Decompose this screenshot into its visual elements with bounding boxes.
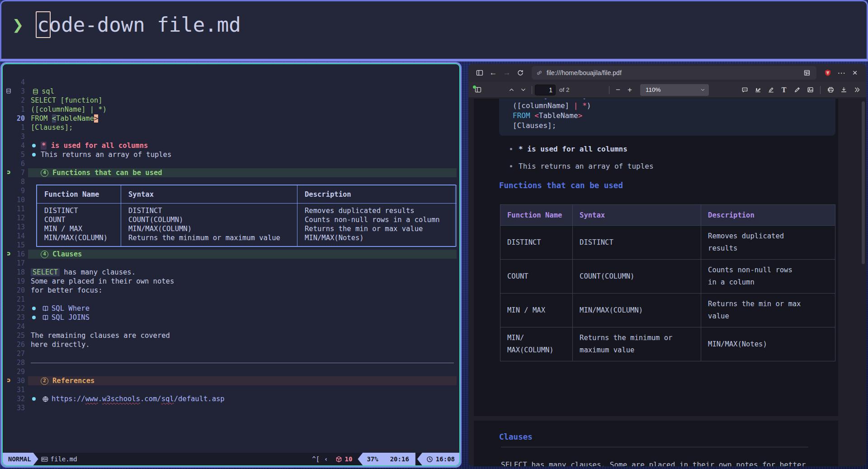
zoom-out-button[interactable]: − [612,84,624,96]
page-count-label: of 2 [559,86,570,93]
pdf-functions-table: Function NameSyntaxDescriptionDISTINCTDI… [500,204,835,361]
close-button[interactable]: × [848,66,862,79]
pdf-table-cell: Returns the minimum ormaximum value [573,327,701,361]
editor-line[interactable]: 23SQL JOINS [3,313,458,322]
line-number: 1 [14,105,31,114]
url-bar[interactable]: file:///home/bouajila/file.pdf [532,66,816,80]
line-text[interactable]: for better focus: [31,286,458,294]
editor-line[interactable]: 164Clauses [3,250,458,259]
editor-line[interactable]: 26here directly. [3,340,458,349]
signature-tool-icon[interactable] [752,84,764,96]
editor-line[interactable]: 28 [3,358,458,367]
text-tool-icon[interactable]: T [778,84,790,96]
image-tool-icon[interactable] [804,84,816,96]
editor-line[interactable]: 1[Clauses]; [3,123,458,132]
pdf-bullet: * is used for all columns [510,145,627,153]
save-button[interactable] [838,84,849,96]
markdown-heading: 4Clauses [28,250,457,259]
database-sign-icon [3,87,14,96]
line-text[interactable]: Some are placed in their own notes [31,277,458,285]
editor-line[interactable]: 4* is used for all columns [3,141,458,150]
package-icon [335,456,342,463]
line-number: 13 [14,223,31,231]
markdown-file-icon [41,456,48,463]
highlight-tool-icon[interactable] [765,84,777,96]
bullet-icon [32,397,36,401]
page-action-icon[interactable] [802,66,812,79]
pdf-scrollbar[interactable] [862,101,865,264]
line-text[interactable]: SQL Where [31,304,458,313]
escape-indicator: ^[ [312,455,320,463]
forward-button[interactable]: → [500,66,514,79]
previous-page-button[interactable] [505,84,517,96]
editor-line[interactable]: 18SELECT has many clauses. [3,268,458,277]
editor-line[interactable]: 32https://www.w3schools.com/sql/default.… [3,394,458,403]
editor-line[interactable]: 302References [3,376,458,385]
line-text[interactable] [31,363,458,363]
editor-line[interactable]: 25The remaining clauses are covered [3,331,458,340]
editor-line[interactable]: 3 [3,132,458,141]
book-icon [41,314,50,321]
print-button[interactable] [825,84,836,96]
line-text[interactable]: 2References [31,376,458,385]
editor-line[interactable]: 2SELECT [function] [3,96,458,105]
editor-line[interactable]: 31 [3,385,458,394]
line-text[interactable]: 4Functions that can be used [31,168,458,177]
editor-line[interactable]: 27 [3,349,458,358]
desktop: { "colors": { "editor_border_teal": "#41… [0,0,868,469]
pdf-horizontal-rule [501,447,808,447]
line-text[interactable]: here directly. [31,341,458,349]
terminal-command-line[interactable]: ❯ code-down file.md [12,13,241,36]
pdf-table-header-cell: Syntax [573,205,701,226]
editor-line[interactable]: 3sql [3,87,458,96]
editor-line[interactable]: 5This returns an array of tuples [3,150,458,159]
url-text[interactable]: file:///home/bouajila/file.pdf [547,69,802,76]
comment-tool-icon[interactable] [739,84,750,96]
line-text[interactable]: This returns an array of tuples [31,151,458,159]
editor-line[interactable]: 17 [3,259,458,268]
line-number: 29 [14,368,31,376]
page-number-input[interactable] [535,85,556,95]
editor-line[interactable]: 24 [3,322,458,331]
database-icon [31,88,40,95]
sidebar-toggle-icon[interactable] [473,66,486,79]
next-page-button[interactable] [517,84,529,96]
editor-line[interactable]: 21 [3,295,458,304]
editor-line[interactable]: 20for better focus: [3,286,458,295]
line-text[interactable]: 4Clauses [31,250,458,259]
pdf-code-line: [Clauses]; [513,121,835,131]
line-text[interactable]: sql [31,87,458,95]
pdf-sidebar-toggle-icon[interactable] [472,84,484,96]
line-text[interactable]: * is used for all columns [31,142,458,150]
editor-line[interactable]: 1([columnName] | *) [3,105,458,114]
heading-marker-icon [3,250,14,259]
editor-line[interactable]: 4 [3,78,458,87]
line-text[interactable]: SELECT has many clauses. [31,268,458,276]
line-text[interactable]: SELECT [function] [31,96,458,104]
editor-line[interactable]: 29 [3,367,458,376]
line-text[interactable]: SQL JOINS [31,313,458,322]
ublock-extension-icon[interactable] [821,66,835,79]
back-button[interactable]: ← [486,66,500,79]
line-text[interactable]: [Clauses]; [31,123,458,132]
editor-markdown-table: Function NameSyntaxDescriptionDISTINCTCO… [36,185,456,247]
pdf-table-cell: COUNT [500,260,573,294]
editor-line[interactable]: 22SQL Where [3,304,458,313]
more-menu-button[interactable]: ⋯ [835,66,848,79]
heading-marker-icon [3,376,14,385]
line-text[interactable]: ([columnName] | *) [31,105,458,114]
editor-line[interactable]: 20FROM <TableName> [3,114,458,123]
line-text[interactable]: FROM <TableName> [31,114,458,123]
editor-line[interactable]: 19Some are placed in their own notes [3,277,458,286]
table-cell: DISTINCTCOUNTMIN / MAXMIN/MAX(COLUMN) [37,204,121,246]
editor-line[interactable]: 6 [3,159,458,168]
draw-tool-icon[interactable] [791,84,803,96]
toolbar-overflow-button[interactable] [851,84,863,96]
line-text[interactable]: The remaining clauses are covered [31,332,458,340]
reload-button[interactable] [514,66,527,79]
line-text[interactable]: https://www.w3schools.com/sql/default.as… [31,395,458,403]
editor-line[interactable]: 33 [3,403,458,412]
editor-line[interactable]: 74Functions that can be used [3,168,458,177]
zoom-in-button[interactable]: + [624,84,636,96]
zoom-select[interactable]: 110% [640,84,709,96]
